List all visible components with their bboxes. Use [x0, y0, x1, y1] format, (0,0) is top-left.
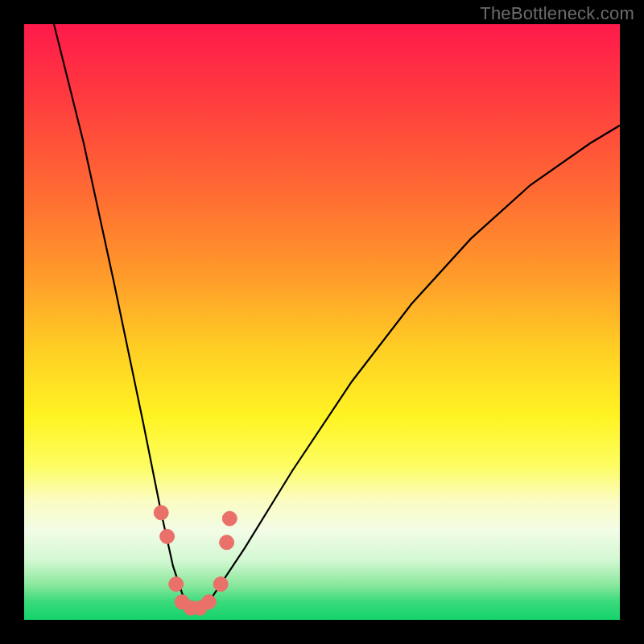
curve-marker [213, 577, 228, 592]
curve-marker [154, 506, 168, 520]
watermark-text: TheBottleneck.com [480, 3, 634, 24]
bottleneck-curve [54, 24, 620, 608]
chart-frame: TheBottleneck.com [0, 0, 644, 644]
curve-marker [201, 595, 216, 609]
curve-marker [160, 529, 175, 543]
curve-marker [220, 535, 234, 550]
curve-svg [24, 24, 620, 620]
curve-marker [169, 577, 184, 592]
marker-group [154, 506, 237, 615]
curve-marker [222, 511, 237, 526]
plot-area [24, 24, 620, 620]
